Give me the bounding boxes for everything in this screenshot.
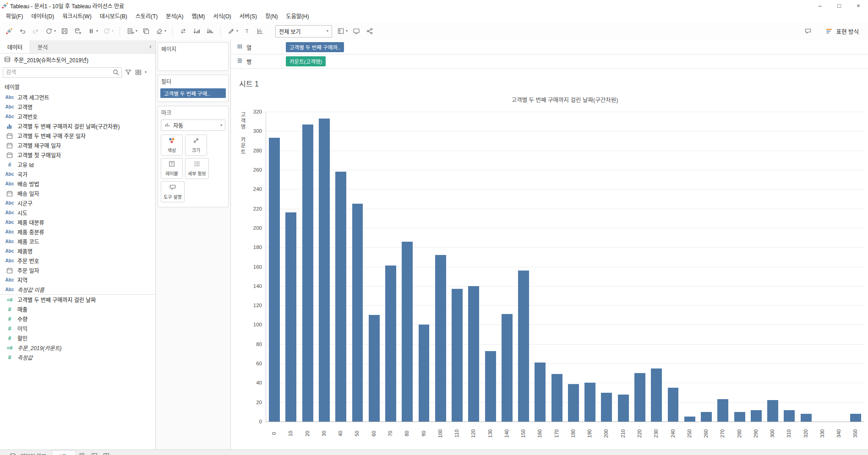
bar-mark[interactable] [701, 412, 712, 422]
field-고객별 두 번째 구매 주문 일자[interactable]: 고객별 두 번째 구매 주문 일자 [0, 131, 155, 141]
bar-mark[interactable] [352, 204, 363, 422]
menu-item-9[interactable]: 창(N) [261, 11, 282, 22]
field-고객별 첫 구매일자[interactable]: 고객별 첫 구매일자 [0, 150, 155, 160]
bar-mark[interactable] [551, 374, 562, 422]
mark-button-size[interactable]: 크기 [185, 135, 207, 156]
bar-mark[interactable] [618, 395, 629, 422]
field-매출[interactable]: #매출 [0, 304, 155, 314]
menu-item-6[interactable]: 맵(M) [187, 11, 209, 22]
redo-icon[interactable] [31, 26, 40, 36]
field-고객별 두 번째 구매까지 걸린 날짜[interactable]: =#고객별 두 번째 구매까지 걸린 날짜 [0, 294, 155, 304]
bar-mark[interactable] [767, 400, 778, 422]
field-측정값[interactable]: #측정값 [0, 352, 155, 362]
field-지역[interactable]: Abc지역 [0, 275, 155, 285]
share-icon[interactable] [365, 26, 374, 36]
field-고객명[interactable]: Abc고객명 [0, 102, 155, 112]
menu-item-3[interactable]: 대시보드(B) [96, 11, 131, 22]
search-input[interactable] [3, 69, 112, 76]
columns-shelf[interactable]: 열 고객별 두 번째 구매까.. [231, 40, 868, 54]
columns-pill[interactable]: 고객별 두 번째 구매까.. [286, 42, 344, 52]
bar-mark[interactable] [568, 384, 579, 422]
field-주문 일자[interactable]: 주문 일자 [0, 265, 155, 275]
bar-mark[interactable] [784, 410, 795, 422]
field-국가[interactable]: Abc국가 [0, 169, 155, 179]
bar-mark[interactable] [402, 242, 413, 422]
bar-mark[interactable] [535, 363, 546, 422]
menu-item-5[interactable]: 분석(A) [162, 11, 187, 22]
field-배송 방법[interactable]: Abc배송 방법 [0, 179, 155, 189]
sort-ascending-icon[interactable] [192, 26, 201, 36]
field-고객별 재구매 일자[interactable]: 고객별 재구매 일자 [0, 141, 155, 150]
clear-sheet-icon[interactable]: ▾ [155, 26, 166, 36]
menu-item-2[interactable]: 워크시트(W) [58, 11, 95, 22]
bar-mark[interactable] [801, 414, 812, 422]
tab-data[interactable]: 데이터 [0, 40, 30, 53]
bar-mark[interactable] [634, 373, 645, 422]
show-mark-labels-icon[interactable]: T [242, 26, 251, 36]
mark-type-dropdown[interactable]: 자동 ▾ [161, 119, 225, 131]
field-시도[interactable]: Abc시도 [0, 208, 155, 217]
view-options-icon[interactable] [135, 69, 142, 76]
maximize-button[interactable]: □ [830, 0, 849, 11]
duplicate-icon[interactable] [142, 26, 151, 36]
field-할인[interactable]: #할인 [0, 333, 155, 343]
close-button[interactable]: × [849, 0, 868, 11]
bar-mark[interactable] [751, 410, 762, 422]
show-me-button[interactable]: 표현 방식 [824, 26, 859, 36]
bar-mark[interactable] [435, 255, 446, 422]
menu-item-10[interactable]: 도움말(H) [282, 11, 313, 22]
replay-icon[interactable]: ▾ [44, 26, 56, 36]
field-고객번호[interactable]: Abc고객번호 [0, 112, 155, 121]
bar-mark[interactable] [502, 314, 513, 422]
mark-button-tooltip[interactable]: 도구 설명 [161, 181, 185, 202]
bar-mark[interactable] [485, 351, 496, 422]
field-시군구[interactable]: Abc시군구 [0, 198, 155, 208]
new-dashboard-tab-icon[interactable] [89, 450, 100, 455]
bar-mark[interactable] [452, 289, 463, 422]
highlight-icon[interactable]: ▾ [227, 26, 238, 36]
rows-pill[interactable]: 카운트(고객명) [286, 56, 326, 66]
bar-mark[interactable] [385, 265, 396, 422]
bar-mark[interactable] [717, 399, 728, 422]
field-제품 대분류[interactable]: Abc제품 대분류 [0, 217, 155, 227]
filter-pill[interactable]: 고객별 두 번째 구매.. [160, 88, 226, 98]
mark-button-label[interactable]: T레이블 [161, 158, 183, 179]
bar-mark[interactable] [302, 125, 313, 422]
collapse-pane-icon[interactable]: ‹ [149, 42, 152, 50]
bar-mark[interactable] [468, 286, 479, 422]
menu-item-1[interactable]: 데이터(D) [27, 11, 58, 22]
pause-updates-icon[interactable]: ▾ [87, 26, 98, 36]
sheet-tab[interactable]: 시트 1 [52, 450, 76, 455]
bar-mark[interactable] [419, 325, 430, 422]
fit-dropdown[interactable]: 전체 보기 ▾ [275, 25, 332, 38]
run-update-icon[interactable]: ▾ [102, 26, 114, 36]
mark-button-color[interactable]: 색상 [161, 135, 183, 156]
minimize-button[interactable]: – [810, 0, 830, 11]
menu-item-4[interactable]: 스토리(T) [131, 11, 162, 22]
field-수량[interactable]: #수량 [0, 314, 155, 324]
field-제품명[interactable]: Abc제품명 [0, 246, 155, 256]
bar-mark[interactable] [584, 383, 595, 422]
tableau-toolbar-logo-icon[interactable] [5, 26, 14, 36]
field-제품 코드[interactable]: Abc제품 코드 [0, 237, 155, 246]
menu-item-7[interactable]: 서식(O) [209, 11, 235, 22]
field-측정값 이름[interactable]: Abc측정값 이름 [0, 285, 155, 294]
sort-descending-icon[interactable] [205, 26, 214, 36]
bar-mark[interactable] [518, 271, 529, 422]
bar-mark[interactable] [850, 414, 861, 422]
field-주문 번호[interactable]: Abc주문 번호 [0, 256, 155, 265]
filter-fields-icon[interactable] [125, 69, 132, 76]
presentation-mode-icon[interactable] [352, 26, 361, 36]
menu-item-8[interactable]: 서버(S) [235, 11, 261, 22]
mark-button-detail[interactable]: 세부 정보 [185, 158, 209, 179]
bar-mark[interactable] [668, 388, 679, 422]
field-제품 중분류[interactable]: Abc제품 중분류 [0, 227, 155, 237]
new-datasource-icon[interactable] [73, 26, 82, 36]
sheet-title[interactable]: 시트 1 [239, 78, 259, 89]
undo-icon[interactable] [18, 26, 27, 36]
bar-mark[interactable] [269, 138, 280, 422]
datasource-item[interactable]: 주문_2019(슈퍼스토어_2019년) [0, 54, 155, 65]
field-고객별 두 번째 구매까지 걸린 날짜(구간차원)[interactable]: 고객별 두 번째 구매까지 걸린 날짜(구간차원) [0, 121, 155, 131]
bar-mark[interactable] [319, 119, 330, 422]
swap-rows-columns-icon[interactable] [179, 26, 188, 36]
